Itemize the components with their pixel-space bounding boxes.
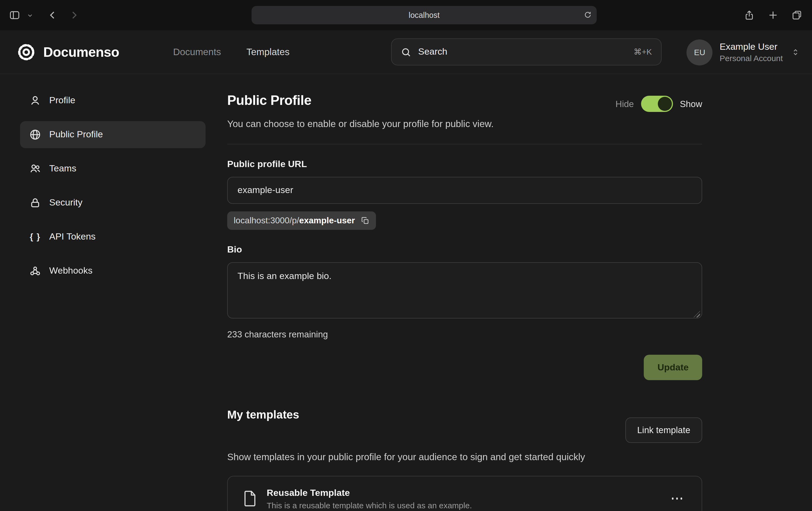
back-button[interactable] — [47, 10, 58, 21]
toggle-show-label: Show — [680, 99, 702, 109]
lock-icon — [29, 197, 41, 209]
full-profile-url-badge: localhost:3000/p/example-user — [227, 211, 376, 230]
sidebar-item-teams[interactable]: Teams — [20, 155, 206, 182]
search-input[interactable] — [418, 47, 627, 57]
public-profile-panel: Public Profile Hide Show You can choose … — [227, 92, 702, 511]
toggle-knob — [658, 97, 672, 111]
sidebar-item-label: API Tokens — [49, 232, 95, 242]
avatar: EU — [687, 39, 713, 65]
forward-button[interactable] — [69, 10, 80, 21]
template-list-item[interactable]: Reusable Template This is a reusable tem… — [227, 476, 702, 511]
app-header: Documenso Documents Templates ⌘+K EU Exa… — [0, 30, 812, 74]
update-button[interactable]: Update — [644, 355, 702, 380]
template-actions-menu[interactable] — [667, 493, 687, 504]
profile-url-label: Public profile URL — [227, 159, 702, 170]
sidebar-item-webhooks[interactable]: Webhooks — [20, 258, 206, 284]
sidebar-toggle-icon[interactable] — [9, 9, 21, 21]
brand-name: Documenso — [43, 44, 119, 60]
template-description: This is a reusable template which is use… — [267, 501, 472, 510]
browser-toolbar: localhost — [0, 0, 812, 30]
profile-visibility-toggle[interactable] — [641, 96, 673, 112]
profile-url-input[interactable] — [227, 177, 702, 204]
my-templates-description: Show templates in your public profile fo… — [227, 450, 606, 464]
app-window: localhost Documen — [0, 0, 812, 511]
account-menu[interactable]: EU Example User Personal Account — [687, 30, 801, 74]
brand[interactable]: Documenso — [16, 30, 119, 74]
account-type: Personal Account — [720, 54, 783, 63]
bio-label: Bio — [227, 244, 702, 255]
tab-overview-icon[interactable] — [791, 10, 802, 21]
share-icon[interactable] — [744, 10, 755, 21]
file-icon — [243, 490, 257, 507]
braces-icon: { } — [29, 232, 41, 242]
account-name: Example User — [720, 42, 783, 53]
sidebar-item-label: Teams — [49, 163, 76, 174]
sidebar-item-label: Webhooks — [49, 266, 92, 276]
user-icon — [29, 95, 41, 107]
documenso-logo-icon — [16, 42, 36, 62]
sidebar-item-label: Profile — [49, 95, 75, 106]
full-url-text: localhost:3000/p/example-user — [234, 216, 355, 226]
search-shortcut: ⌘+K — [634, 47, 652, 57]
users-icon — [29, 163, 41, 175]
chevrons-up-down-icon — [791, 48, 800, 57]
template-name: Reusable Template — [267, 487, 472, 498]
new-tab-icon[interactable] — [767, 10, 779, 21]
link-template-button[interactable]: Link template — [626, 417, 702, 443]
page-title: Public Profile — [227, 92, 311, 108]
search-icon — [401, 47, 411, 57]
chevron-down-icon[interactable] — [27, 12, 33, 18]
toggle-hide-label: Hide — [616, 99, 634, 109]
sidebar-item-profile[interactable]: Profile — [20, 87, 206, 114]
sidebar-item-public-profile[interactable]: Public Profile — [20, 121, 206, 148]
sidebar-item-security[interactable]: Security — [20, 189, 206, 216]
characters-remaining: 233 characters remaining — [227, 329, 702, 339]
top-nav: Documents Templates — [173, 30, 290, 74]
nav-documents[interactable]: Documents — [173, 47, 221, 58]
address-bar-url: localhost — [409, 11, 439, 20]
copy-icon[interactable] — [361, 216, 370, 225]
address-bar[interactable]: localhost — [252, 6, 597, 24]
sidebar-item-label: Security — [49, 198, 83, 208]
divider — [227, 144, 702, 144]
search-box[interactable]: ⌘+K — [391, 38, 662, 65]
settings-nav: Profile Public Profile Teams Security { … — [20, 87, 206, 511]
bio-textarea[interactable]: This is an example bio. — [227, 262, 702, 319]
webhook-icon — [29, 265, 41, 277]
globe-icon — [29, 129, 41, 141]
refresh-icon[interactable] — [584, 11, 592, 19]
page-subtitle: You can choose to enable or disable your… — [227, 118, 702, 130]
nav-templates[interactable]: Templates — [246, 47, 290, 58]
sidebar-item-label: Public Profile — [49, 129, 103, 140]
my-templates-title: My templates — [227, 408, 299, 421]
sidebar-item-api-tokens[interactable]: { } API Tokens — [20, 223, 206, 250]
